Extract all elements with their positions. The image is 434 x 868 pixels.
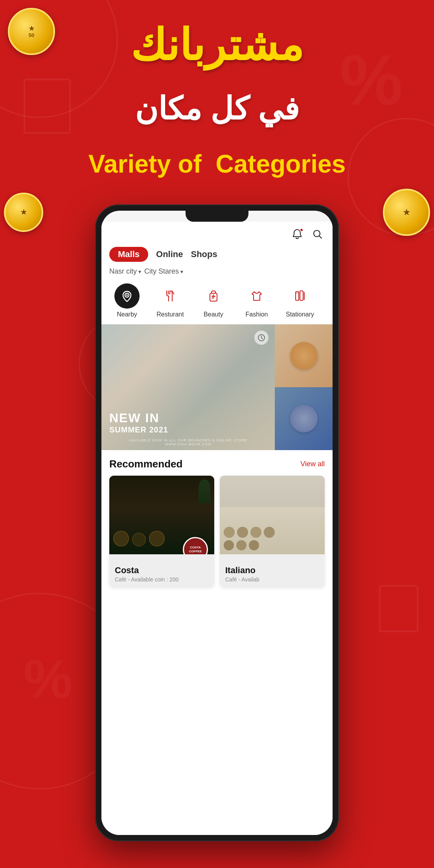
category-stationary[interactable]: Stationary [278,283,322,318]
app-content: Malls Online Shops Nasr city ▾ City Star… [101,222,333,835]
tab-malls[interactable]: Malls [109,247,148,262]
tab-bar: Malls Online Shops [101,245,333,264]
city-selector[interactable]: Nasr city ▾ [109,267,141,276]
costa-card-image: COSTA COFFEE [109,476,214,554]
recommended-title: Recommended [109,458,182,470]
costa-card-info: Costa Café - Available coin : 200 [109,554,214,587]
location-row: Nasr city ▾ City Stares ▾ [101,264,333,279]
tab-shops[interactable]: Shops [191,249,217,259]
svg-point-2 [126,294,128,296]
banner-logo [254,331,268,345]
italiano-card-info: Italiano Café - Availab [220,554,325,587]
restaurant-label: Resturant [156,311,184,318]
banner-small-text: AVAILABLE NOW IN ALL OUR BRANCHES & ONLI… [101,438,275,446]
categories-row: Nearby Restura [101,279,333,323]
banner-main-image: NEW IN SUMMER 2021 AVAILABLE NOW IN ALL … [101,324,275,450]
costa-description: Café - Available coin : 200 [115,576,209,583]
banner-side-images [275,324,333,450]
fashion-label: Fashion [246,311,268,318]
banner-side-image-top [275,324,333,387]
svg-rect-6 [296,292,299,294]
promo-banner[interactable]: NEW IN SUMMER 2021 AVAILABLE NOW IN ALL … [101,324,333,450]
search-button[interactable] [311,227,325,241]
recommended-section: Recommended View all [101,452,333,590]
stationary-icon [287,283,313,309]
notification-badge [300,228,303,232]
recommended-card-costa[interactable]: COSTA COFFEE Costa Café - Available coin… [109,476,214,587]
arabic-subtitle: في كل مكان [0,90,434,127]
phone-notch [186,211,248,222]
tab-online[interactable]: Online [156,249,183,259]
mall-selector[interactable]: City Stares ▾ [144,267,183,276]
phone-mockup: Malls Online Shops Nasr city ▾ City Star… [95,204,339,841]
banner-side-image-bottom [275,387,333,450]
recommended-cards: COSTA COFFEE Costa Café - Available coin… [109,476,325,587]
category-nearby[interactable]: Nearby [105,283,149,318]
coin-bottom-left: ★ [4,193,43,232]
category-fashion[interactable]: Fashion [235,283,278,318]
category-restaurant[interactable]: Resturant [149,283,192,318]
beauty-label: Beauty [204,311,223,318]
recommended-card-italiano[interactable]: Italiano Café - Availab [220,476,325,587]
arabic-title: مشتربانك [0,24,434,67]
app-header [101,222,333,245]
phone-screen: Malls Online Shops Nasr city ▾ City Star… [101,211,333,835]
italiano-name: Italiano [225,565,319,576]
svg-rect-5 [300,291,303,300]
beauty-icon [201,283,226,309]
nearby-label: Nearby [117,311,137,318]
recommended-header: Recommended View all [109,458,325,470]
city-chevron: ▾ [138,268,141,275]
italiano-description: Café - Availab [225,576,319,583]
restaurant-icon [158,283,183,309]
category-beauty[interactable]: Beauty [192,283,235,318]
notification-button[interactable] [290,227,304,241]
tagline: Variety of Categories [0,149,434,178]
nearby-icon [114,283,140,309]
fashion-icon [244,283,269,309]
view-all-button[interactable]: View all [300,460,325,468]
stationary-label: Stationary [286,311,314,318]
banner-text: NEW IN SUMMER 2021 [109,411,168,434]
coin-top-right: ★ [383,189,430,236]
phone-frame: Malls Online Shops Nasr city ▾ City Star… [95,204,339,841]
italiano-card-image [220,476,325,554]
mall-chevron: ▾ [180,268,183,275]
costa-name: Costa [115,565,209,576]
